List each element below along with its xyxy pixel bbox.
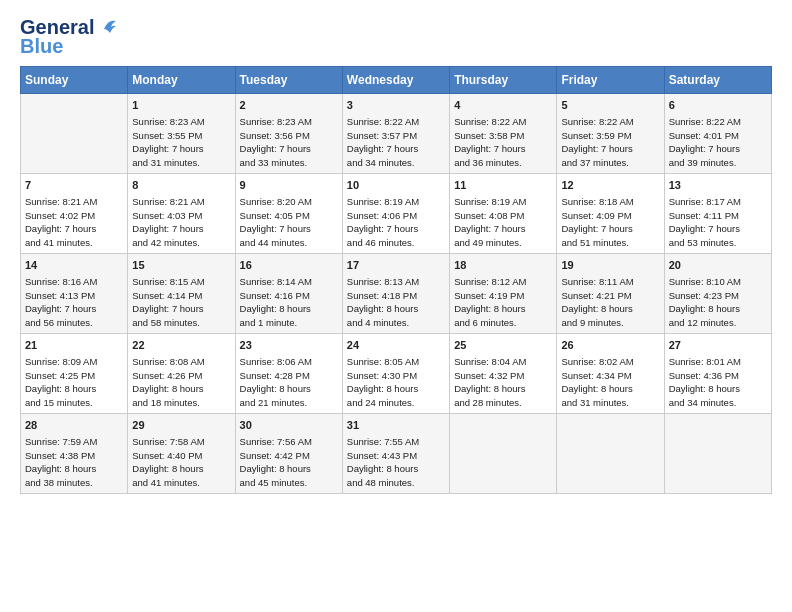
cell-info-line: Sunrise: 7:58 AM <box>132 435 230 449</box>
calendar-cell: 22Sunrise: 8:08 AMSunset: 4:26 PMDayligh… <box>128 334 235 414</box>
calendar-cell: 24Sunrise: 8:05 AMSunset: 4:30 PMDayligh… <box>342 334 449 414</box>
calendar-table: SundayMondayTuesdayWednesdayThursdayFrid… <box>20 66 772 494</box>
cell-info-line: Sunset: 4:32 PM <box>454 369 552 383</box>
calendar-cell: 16Sunrise: 8:14 AMSunset: 4:16 PMDayligh… <box>235 254 342 334</box>
day-header-sunday: Sunday <box>21 67 128 94</box>
calendar-cell: 9Sunrise: 8:20 AMSunset: 4:05 PMDaylight… <box>235 174 342 254</box>
cell-info-line: Daylight: 8 hours <box>347 462 445 476</box>
day-number: 9 <box>240 178 338 194</box>
calendar-cell: 26Sunrise: 8:02 AMSunset: 4:34 PMDayligh… <box>557 334 664 414</box>
cell-info-line: Sunrise: 8:22 AM <box>454 115 552 129</box>
cell-info-line: Sunset: 4:42 PM <box>240 449 338 463</box>
cell-info-line: and 31 minutes. <box>561 396 659 410</box>
cell-info-line: and 38 minutes. <box>25 476 123 490</box>
cell-info-line: and 37 minutes. <box>561 156 659 170</box>
cell-info-line: Sunrise: 7:55 AM <box>347 435 445 449</box>
cell-info-line: and 44 minutes. <box>240 236 338 250</box>
day-number: 29 <box>132 418 230 434</box>
logo-bird-icon <box>96 15 118 37</box>
cell-info-line: Sunset: 4:03 PM <box>132 209 230 223</box>
calendar-cell <box>21 94 128 174</box>
cell-info-line: and 53 minutes. <box>669 236 767 250</box>
cell-info-line: Daylight: 7 hours <box>669 142 767 156</box>
calendar-cell: 28Sunrise: 7:59 AMSunset: 4:38 PMDayligh… <box>21 414 128 494</box>
day-number: 24 <box>347 338 445 354</box>
cell-info-line: and 15 minutes. <box>25 396 123 410</box>
cell-info-line: Daylight: 8 hours <box>240 382 338 396</box>
calendar-week-3: 21Sunrise: 8:09 AMSunset: 4:25 PMDayligh… <box>21 334 772 414</box>
cell-info-line: Sunset: 4:40 PM <box>132 449 230 463</box>
cell-info-line: and 18 minutes. <box>132 396 230 410</box>
cell-info-line: Sunrise: 8:13 AM <box>347 275 445 289</box>
day-number: 31 <box>347 418 445 434</box>
cell-info-line: Daylight: 8 hours <box>669 302 767 316</box>
cell-info-line: Daylight: 7 hours <box>240 142 338 156</box>
day-number: 11 <box>454 178 552 194</box>
logo-text-blue: Blue <box>20 35 63 58</box>
cell-info-line: Sunset: 4:34 PM <box>561 369 659 383</box>
cell-info-line: and 21 minutes. <box>240 396 338 410</box>
day-number: 15 <box>132 258 230 274</box>
cell-info-line: Daylight: 8 hours <box>561 302 659 316</box>
cell-info-line: Sunset: 4:23 PM <box>669 289 767 303</box>
cell-info-line: Daylight: 8 hours <box>454 382 552 396</box>
calendar-cell: 4Sunrise: 8:22 AMSunset: 3:58 PMDaylight… <box>450 94 557 174</box>
cell-info-line: Sunrise: 8:22 AM <box>561 115 659 129</box>
day-header-wednesday: Wednesday <box>342 67 449 94</box>
cell-info-line: Sunrise: 8:16 AM <box>25 275 123 289</box>
calendar-header-row: SundayMondayTuesdayWednesdayThursdayFrid… <box>21 67 772 94</box>
cell-info-line: Sunrise: 8:19 AM <box>347 195 445 209</box>
calendar-cell: 27Sunrise: 8:01 AMSunset: 4:36 PMDayligh… <box>664 334 771 414</box>
cell-info-line: Sunrise: 8:21 AM <box>132 195 230 209</box>
cell-info-line: Daylight: 8 hours <box>669 382 767 396</box>
calendar-cell: 18Sunrise: 8:12 AMSunset: 4:19 PMDayligh… <box>450 254 557 334</box>
cell-info-line: Sunset: 4:19 PM <box>454 289 552 303</box>
day-header-saturday: Saturday <box>664 67 771 94</box>
day-number: 7 <box>25 178 123 194</box>
cell-info-line: Sunset: 3:58 PM <box>454 129 552 143</box>
calendar-cell: 23Sunrise: 8:06 AMSunset: 4:28 PMDayligh… <box>235 334 342 414</box>
day-number: 21 <box>25 338 123 354</box>
day-number: 27 <box>669 338 767 354</box>
page-container: General Blue SundayMondayTuesdayWednesda… <box>0 0 792 504</box>
cell-info-line: and 9 minutes. <box>561 316 659 330</box>
cell-info-line: and 39 minutes. <box>669 156 767 170</box>
calendar-cell: 31Sunrise: 7:55 AMSunset: 4:43 PMDayligh… <box>342 414 449 494</box>
calendar-cell: 6Sunrise: 8:22 AMSunset: 4:01 PMDaylight… <box>664 94 771 174</box>
cell-info-line: Sunrise: 8:02 AM <box>561 355 659 369</box>
cell-info-line: Sunrise: 7:56 AM <box>240 435 338 449</box>
cell-info-line: Sunset: 4:11 PM <box>669 209 767 223</box>
cell-info-line: Sunset: 4:36 PM <box>669 369 767 383</box>
cell-info-line: Sunset: 4:16 PM <box>240 289 338 303</box>
cell-info-line: Sunrise: 7:59 AM <box>25 435 123 449</box>
cell-info-line: and 58 minutes. <box>132 316 230 330</box>
calendar-cell: 17Sunrise: 8:13 AMSunset: 4:18 PMDayligh… <box>342 254 449 334</box>
cell-info-line: Daylight: 8 hours <box>240 302 338 316</box>
day-number: 19 <box>561 258 659 274</box>
cell-info-line: Daylight: 7 hours <box>347 142 445 156</box>
cell-info-line: Sunrise: 8:10 AM <box>669 275 767 289</box>
calendar-week-2: 14Sunrise: 8:16 AMSunset: 4:13 PMDayligh… <box>21 254 772 334</box>
cell-info-line: and 41 minutes. <box>132 476 230 490</box>
calendar-cell: 7Sunrise: 8:21 AMSunset: 4:02 PMDaylight… <box>21 174 128 254</box>
cell-info-line: and 51 minutes. <box>561 236 659 250</box>
day-number: 16 <box>240 258 338 274</box>
cell-info-line: Daylight: 7 hours <box>669 222 767 236</box>
cell-info-line: Sunrise: 8:21 AM <box>25 195 123 209</box>
calendar-cell <box>664 414 771 494</box>
calendar-cell: 11Sunrise: 8:19 AMSunset: 4:08 PMDayligh… <box>450 174 557 254</box>
cell-info-line: Sunset: 4:09 PM <box>561 209 659 223</box>
cell-info-line: Daylight: 8 hours <box>25 382 123 396</box>
cell-info-line: Sunrise: 8:19 AM <box>454 195 552 209</box>
day-number: 22 <box>132 338 230 354</box>
cell-info-line: Sunset: 4:13 PM <box>25 289 123 303</box>
cell-info-line: Daylight: 7 hours <box>240 222 338 236</box>
cell-info-line: Sunrise: 8:12 AM <box>454 275 552 289</box>
cell-info-line: Sunrise: 8:15 AM <box>132 275 230 289</box>
cell-info-line: Sunrise: 8:20 AM <box>240 195 338 209</box>
calendar-cell: 25Sunrise: 8:04 AMSunset: 4:32 PMDayligh… <box>450 334 557 414</box>
cell-info-line: Sunset: 4:05 PM <box>240 209 338 223</box>
cell-info-line: Daylight: 7 hours <box>132 302 230 316</box>
day-number: 20 <box>669 258 767 274</box>
calendar-cell: 2Sunrise: 8:23 AMSunset: 3:56 PMDaylight… <box>235 94 342 174</box>
